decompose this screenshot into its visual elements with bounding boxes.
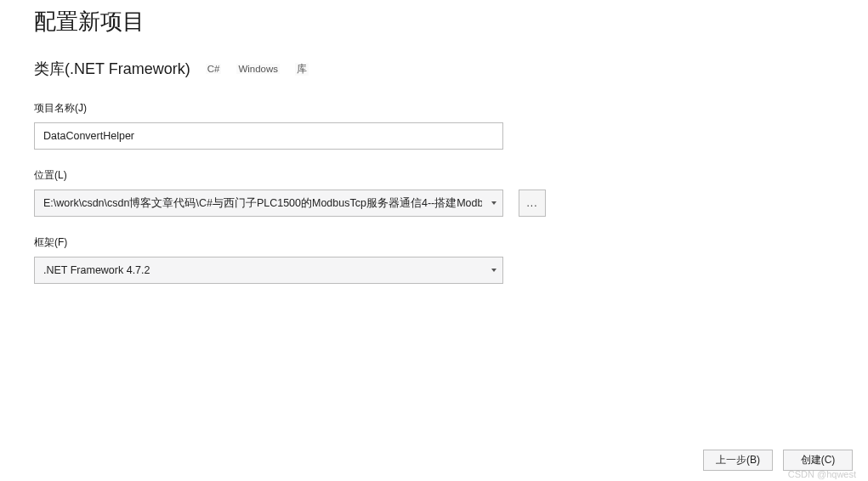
- tag-library: 库: [295, 63, 309, 76]
- project-name-label: 项目名称(J): [34, 101, 834, 116]
- dialog-content: 配置新项目 类库(.NET Framework) C# Windows 库 项目…: [0, 0, 868, 284]
- framework-label: 框架(F): [34, 235, 834, 250]
- page-title: 配置新项目: [34, 7, 834, 37]
- tag-windows: Windows: [236, 64, 280, 74]
- location-label: 位置(L): [34, 168, 834, 183]
- location-combo[interactable]: [34, 190, 503, 217]
- framework-combo[interactable]: [34, 257, 503, 284]
- project-name-group: 项目名称(J): [34, 101, 834, 150]
- back-button[interactable]: 上一步(B): [703, 450, 773, 471]
- framework-group: 框架(F): [34, 235, 834, 284]
- project-type-subtitle: 类库(.NET Framework): [34, 59, 190, 79]
- create-button[interactable]: 创建(C): [783, 450, 853, 471]
- project-name-input[interactable]: [34, 122, 503, 150]
- location-input[interactable]: [34, 190, 503, 217]
- subtitle-row: 类库(.NET Framework) C# Windows 库: [34, 59, 834, 79]
- location-group: 位置(L) ...: [34, 168, 834, 217]
- tag-csharp: C#: [206, 64, 222, 74]
- footer-buttons: 上一步(B) 创建(C): [703, 450, 853, 471]
- location-row: ...: [34, 190, 834, 217]
- browse-button[interactable]: ...: [519, 190, 546, 217]
- framework-input[interactable]: [34, 257, 503, 284]
